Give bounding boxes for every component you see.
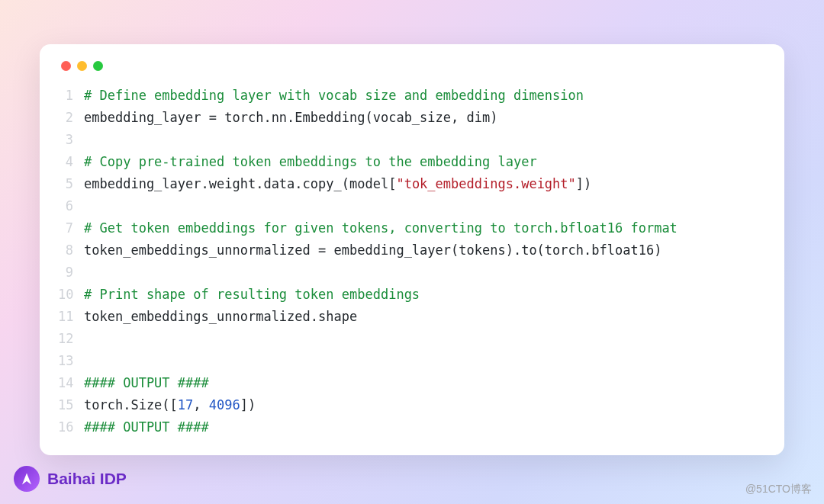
code-token: , [193, 397, 208, 413]
line-number: 3 [58, 129, 84, 151]
line-number: 16 [58, 416, 84, 438]
code-token: 4096 [209, 397, 240, 413]
code-token: # Get token embeddings for given tokens,… [84, 220, 678, 236]
code-line: 9 [58, 262, 766, 284]
code-token: ]) [576, 176, 591, 191]
code-token: 17 [178, 397, 193, 413]
code-content: # Print shape of resulting token embeddi… [84, 284, 766, 306]
code-content: embedding_layer.weight.data.copy_(model[… [84, 173, 766, 195]
code-line: 12 [58, 328, 766, 350]
code-line: 7# Get token embeddings for given tokens… [58, 217, 766, 239]
line-number: 13 [58, 350, 84, 372]
brand-logo-icon [14, 466, 40, 492]
code-line: 2embedding_layer = torch.nn.Embedding(vo… [58, 107, 766, 129]
code-content: torch.Size([17, 4096]) [84, 394, 766, 416]
code-token: # Copy pre-trained token embeddings to t… [84, 154, 537, 169]
line-number: 15 [58, 394, 84, 416]
window-controls [61, 61, 766, 71]
code-line: 6 [58, 195, 766, 217]
line-number: 14 [58, 372, 84, 394]
line-number: 1 [58, 85, 84, 107]
line-number: 10 [58, 284, 84, 306]
code-content: # Copy pre-trained token embeddings to t… [84, 151, 766, 173]
code-line: 15torch.Size([17, 4096]) [58, 394, 766, 416]
code-token: embedding_layer.weight.data.copy_(model[ [84, 176, 396, 191]
code-line: 4# Copy pre-trained token embeddings to … [58, 151, 766, 173]
code-content: # Get token embeddings for given tokens,… [84, 217, 766, 239]
code-token: token_embeddings_unnormalized.shape [84, 309, 357, 324]
line-number: 7 [58, 217, 84, 239]
code-line: 5embedding_layer.weight.data.copy_(model… [58, 173, 766, 195]
line-number: 12 [58, 328, 84, 350]
watermark: @51CTO博客 [745, 483, 812, 496]
line-number: 9 [58, 262, 84, 284]
close-icon [61, 61, 71, 71]
code-token: #### OUTPUT #### [84, 375, 209, 390]
code-token: ]) [240, 397, 256, 413]
code-token: #### OUTPUT #### [84, 419, 209, 435]
code-card: 1# Define embedding layer with vocab siz… [40, 44, 784, 455]
code-block: 1# Define embedding layer with vocab siz… [58, 85, 766, 438]
line-number: 11 [58, 306, 84, 328]
code-line: 1# Define embedding layer with vocab siz… [58, 85, 766, 107]
brand-name: Baihai IDP [47, 470, 127, 488]
code-line: 14#### OUTPUT #### [58, 372, 766, 394]
code-content [84, 328, 766, 350]
code-content [84, 129, 766, 151]
code-line: 16#### OUTPUT #### [58, 416, 766, 438]
code-content [84, 262, 766, 284]
code-token: token_embeddings_unnormalized = embeddin… [84, 242, 661, 258]
line-number: 5 [58, 173, 84, 195]
code-token: embedding_layer = torch.nn.Embedding(voc… [84, 110, 497, 125]
code-token: torch.Size([ [84, 397, 178, 413]
line-number: 4 [58, 151, 84, 173]
zoom-icon [93, 61, 103, 71]
code-token: # Print shape of resulting token embeddi… [84, 287, 420, 302]
code-line: 13 [58, 350, 766, 372]
code-line: 10# Print shape of resulting token embed… [58, 284, 766, 306]
code-content [84, 350, 766, 372]
code-content: # Define embedding layer with vocab size… [84, 85, 766, 107]
code-token: "tok_embeddings.weight" [396, 176, 575, 191]
code-content [84, 195, 766, 217]
line-number: 2 [58, 107, 84, 129]
brand: Baihai IDP [14, 466, 127, 492]
minimize-icon [77, 61, 87, 71]
code-content: #### OUTPUT #### [84, 372, 766, 394]
line-number: 6 [58, 195, 84, 217]
code-content: #### OUTPUT #### [84, 416, 766, 438]
code-content: token_embeddings_unnormalized.shape [84, 306, 766, 328]
line-number: 8 [58, 239, 84, 262]
code-content: token_embeddings_unnormalized = embeddin… [84, 239, 766, 262]
code-line: 8token_embeddings_unnormalized = embeddi… [58, 239, 766, 262]
code-line: 3 [58, 129, 766, 151]
code-line: 11token_embeddings_unnormalized.shape [58, 306, 766, 328]
code-token: # Define embedding layer with vocab size… [84, 88, 584, 103]
code-content: embedding_layer = torch.nn.Embedding(voc… [84, 107, 766, 129]
